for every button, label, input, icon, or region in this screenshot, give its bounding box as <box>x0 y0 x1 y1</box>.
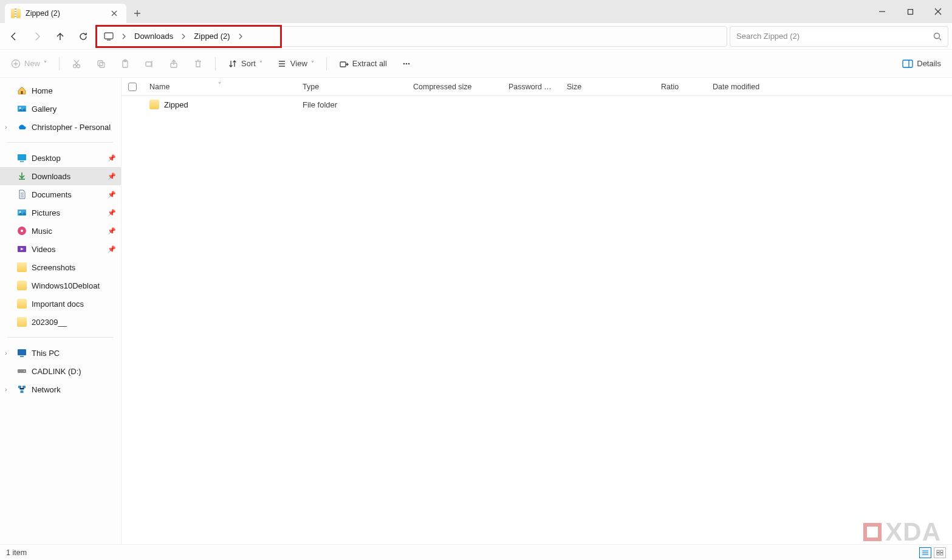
column-ratio[interactable]: Ratio <box>655 83 707 91</box>
forward-button[interactable] <box>27 26 47 47</box>
folder-icon <box>149 100 159 109</box>
file-row[interactable]: Zipped File folder <box>122 96 952 113</box>
svg-rect-35 <box>940 553 943 555</box>
more-button[interactable] <box>396 55 417 72</box>
search-input[interactable] <box>736 32 933 41</box>
nav-win10debloat[interactable]: Windows10Debloat <box>0 276 121 295</box>
nav-downloads[interactable]: Downloads 📌 <box>0 167 121 185</box>
up-button[interactable] <box>50 26 70 47</box>
column-headers: Name Type Compressed size Password prot.… <box>122 78 952 96</box>
svg-rect-12 <box>340 62 346 67</box>
pc-icon <box>17 348 27 358</box>
new-label: New <box>24 59 40 68</box>
nav-onedrive[interactable]: › Christopher - Personal <box>0 118 121 136</box>
nav-desktop[interactable]: Desktop 📌 <box>0 149 121 167</box>
nav-home-label: Home <box>32 86 53 95</box>
svg-rect-0 <box>908 9 913 14</box>
nav-gallery-label: Gallery <box>32 104 57 114</box>
nav-important-docs[interactable]: Important docs <box>0 295 121 313</box>
chevron-down-icon: ˅ <box>44 60 47 67</box>
close-window-button[interactable] <box>924 0 952 23</box>
svg-rect-32 <box>937 550 939 553</box>
search-box[interactable] <box>730 26 948 47</box>
nav-gallery[interactable]: Gallery <box>0 100 121 118</box>
column-date-modified[interactable]: Date modified <box>707 83 810 91</box>
paste-button[interactable] <box>114 55 136 72</box>
column-password[interactable]: Password prot... <box>502 83 561 91</box>
view-button[interactable]: View ˅ <box>271 55 320 72</box>
cut-button[interactable] <box>66 55 87 72</box>
chevron-right-icon[interactable] <box>236 33 245 39</box>
refresh-button[interactable] <box>73 26 94 47</box>
sort-label: Sort <box>241 59 256 68</box>
svg-point-28 <box>24 370 25 372</box>
breadcrumb-segment-downloads[interactable]: Downloads <box>129 29 178 43</box>
nav-home[interactable]: Home <box>0 81 121 100</box>
svg-rect-26 <box>18 349 26 355</box>
tab-active[interactable]: Zipped (2) <box>5 4 126 23</box>
nav-onedrive-label: Christopher - Personal <box>32 123 111 132</box>
file-list-area: Name Type Compressed size Password prot.… <box>122 78 952 544</box>
nav-music[interactable]: Music 📌 <box>0 222 121 240</box>
svg-point-15 <box>408 63 410 64</box>
minimize-button[interactable] <box>868 0 896 23</box>
svg-rect-20 <box>18 154 26 160</box>
details-view-toggle[interactable] <box>919 547 931 558</box>
rename-button[interactable] <box>139 55 160 72</box>
share-button[interactable] <box>163 55 185 72</box>
nav-downloads-label: Downloads <box>32 172 70 181</box>
chevron-right-icon[interactable]: › <box>5 349 7 357</box>
column-size[interactable]: Size <box>561 83 655 91</box>
details-pane-button[interactable]: Details <box>896 55 947 72</box>
chevron-right-icon[interactable]: › <box>5 386 7 393</box>
nav-documents[interactable]: Documents 📌 <box>0 185 121 203</box>
nav-music-label: Music <box>32 227 52 236</box>
nav-win10debloat-label: Windows10Debloat <box>32 281 100 290</box>
svg-rect-16 <box>903 60 913 67</box>
nav-this-pc[interactable]: › This PC <box>0 344 121 362</box>
maximize-button[interactable] <box>896 0 924 23</box>
network-icon <box>17 384 27 394</box>
new-tab-button[interactable] <box>126 4 148 23</box>
svg-point-22 <box>19 211 21 213</box>
nav-network[interactable]: › Network <box>0 380 121 398</box>
column-compressed-size[interactable]: Compressed size <box>407 83 502 91</box>
nav-thispc-label: This PC <box>32 349 60 358</box>
chevron-down-icon: ˅ <box>259 60 262 67</box>
breadcrumb-segment-zipped[interactable]: Zipped (2) <box>189 29 235 43</box>
pin-icon: 📌 <box>108 154 116 162</box>
close-tab-button[interactable] <box>108 7 120 19</box>
chevron-right-icon[interactable] <box>179 33 188 39</box>
nav-videos[interactable]: Videos 📌 <box>0 240 121 258</box>
video-icon <box>17 244 27 254</box>
column-type[interactable]: Type <box>296 83 407 91</box>
desktop-icon <box>17 153 27 163</box>
copy-button[interactable] <box>90 55 112 72</box>
delete-button[interactable] <box>187 55 209 72</box>
extract-all-button[interactable]: Extract all <box>333 55 393 72</box>
nav-date-folder[interactable]: 202309__ <box>0 313 121 331</box>
pin-icon: 📌 <box>108 172 116 180</box>
svg-rect-10 <box>146 62 151 66</box>
titlebar: Zipped (2) <box>0 0 952 23</box>
drive-icon <box>17 366 27 376</box>
select-all-checkbox[interactable] <box>122 83 143 91</box>
breadcrumb-root-icon[interactable] <box>99 30 118 43</box>
zip-folder-icon <box>11 9 21 18</box>
search-icon <box>933 32 942 41</box>
back-button[interactable] <box>4 26 24 47</box>
nav-screenshots[interactable]: Screenshots <box>0 258 121 276</box>
column-name[interactable]: Name <box>143 83 296 91</box>
chevron-right-icon[interactable] <box>120 33 128 39</box>
gallery-icon <box>17 104 27 114</box>
thumbnails-view-toggle[interactable] <box>934 547 946 558</box>
new-button[interactable]: New ˅ <box>5 55 53 72</box>
sort-button[interactable]: Sort ˅ <box>222 55 269 72</box>
address-bar[interactable]: Downloads Zipped (2) <box>96 26 727 47</box>
body-area: Home Gallery › Christopher - Personal De… <box>0 78 952 544</box>
nav-pictures[interactable]: Pictures 📌 <box>0 203 121 222</box>
nav-cadlink[interactable]: CADLINK (D:) <box>0 362 121 380</box>
chevron-right-icon[interactable]: › <box>5 123 7 131</box>
svg-point-24 <box>21 230 23 232</box>
pin-icon: 📌 <box>108 227 116 235</box>
